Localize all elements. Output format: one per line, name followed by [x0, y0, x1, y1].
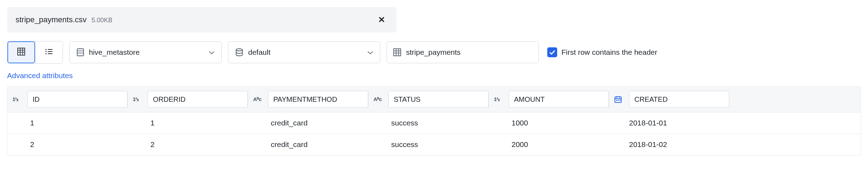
column-header: 1²₃	[128, 91, 248, 108]
schema-select[interactable]: default	[228, 41, 380, 63]
column-header: 1²₃	[7, 91, 128, 108]
svg-point-14	[236, 49, 242, 51]
svg-point-9	[45, 53, 46, 54]
column-header: 1²₃	[489, 91, 609, 108]
chevron-down-icon	[367, 48, 373, 57]
close-icon[interactable]: ✕	[375, 13, 388, 26]
table-icon	[393, 48, 401, 56]
view-toggle	[7, 41, 63, 64]
grid-icon	[17, 48, 25, 57]
string-type-icon: Aᴮc	[253, 96, 264, 102]
header-checkbox-wrap: First row contains the header	[547, 47, 657, 57]
table-row: 1 1 credit_card success 1000 2018-01-01	[7, 112, 861, 134]
toolbar: hive_metastore default First row contain…	[7, 41, 861, 64]
svg-point-7	[45, 51, 46, 52]
table-name-input-wrap	[387, 41, 539, 63]
header-checkbox-label: First row contains the header	[561, 48, 657, 57]
column-name-input[interactable]	[268, 91, 368, 108]
string-type-icon: Aᴮc	[373, 96, 384, 102]
column-header	[609, 91, 715, 108]
list-icon	[45, 48, 53, 57]
cell: 2018-01-02	[609, 140, 715, 149]
cell: 1000	[489, 119, 609, 127]
cell: 2000	[489, 140, 609, 149]
data-table: 1²₃ 1²₃ Aᴮc Aᴮc 1²₃ 1 1 credit_card	[7, 86, 861, 155]
table-row: 2 2 credit_card success 2000 2018-01-02	[7, 134, 861, 155]
schema-value: default	[248, 48, 270, 57]
cell: success	[369, 140, 489, 149]
catalog-select[interactable]: hive_metastore	[69, 41, 222, 63]
cell: credit_card	[248, 119, 369, 127]
svg-rect-24	[616, 100, 617, 101]
date-type-icon	[614, 95, 625, 103]
table-name-input[interactable]	[406, 48, 532, 57]
catalog-value: hive_metastore	[89, 48, 140, 57]
number-type-icon: 1²₃	[494, 96, 504, 102]
file-chip: stripe_payments.csv 5.00KB ✕	[7, 7, 396, 33]
svg-rect-15	[394, 49, 401, 56]
column-name-input[interactable]	[148, 91, 248, 108]
column-name-input[interactable]	[509, 91, 609, 108]
column-name-input[interactable]	[388, 91, 489, 108]
file-name: stripe_payments.csv	[16, 15, 87, 24]
svg-rect-26	[619, 100, 621, 101]
svg-rect-25	[618, 100, 619, 101]
column-header: Aᴮc	[248, 91, 369, 108]
column-header: Aᴮc	[369, 91, 489, 108]
cell: credit_card	[248, 140, 369, 149]
chevron-down-icon	[209, 48, 215, 57]
cell: 2018-01-01	[609, 119, 715, 127]
list-view-button[interactable]	[35, 41, 63, 63]
database-icon	[235, 48, 243, 56]
advanced-attributes-link[interactable]: Advanced attributes	[7, 71, 73, 80]
svg-rect-11	[77, 49, 84, 56]
cell: 1	[128, 119, 248, 127]
column-name-input[interactable]	[629, 91, 729, 108]
grid-view-button[interactable]	[7, 41, 35, 63]
column-name-input[interactable]	[27, 91, 127, 108]
number-type-icon: 1²₃	[133, 96, 143, 102]
cell: success	[369, 119, 489, 127]
number-type-icon: 1²₃	[12, 96, 23, 102]
svg-point-5	[45, 49, 46, 50]
cell: 2	[7, 140, 128, 149]
cell: 2	[128, 140, 248, 149]
header-checkbox[interactable]	[547, 47, 557, 57]
table-header-row: 1²₃ 1²₃ Aᴮc Aᴮc 1²₃	[7, 87, 861, 112]
file-size: 5.00KB	[92, 17, 113, 24]
cell: 1	[7, 119, 128, 127]
svg-rect-0	[18, 48, 25, 55]
catalog-icon	[77, 48, 84, 57]
